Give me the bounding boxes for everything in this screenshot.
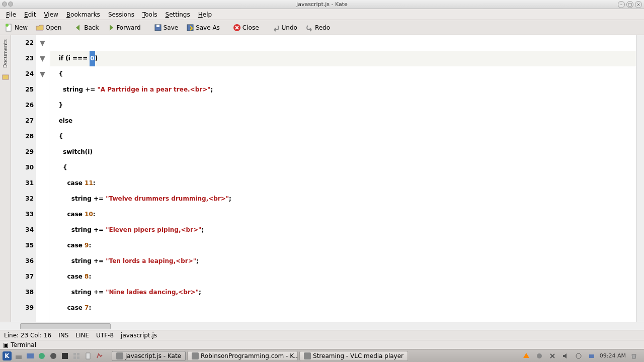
line-number: 32 bbox=[11, 191, 34, 207]
redo-button[interactable]: Redo bbox=[302, 22, 333, 33]
minimize-button[interactable]: – bbox=[618, 1, 625, 8]
quick-launch-5[interactable] bbox=[60, 351, 70, 361]
code-line[interactable]: { bbox=[50, 129, 636, 144]
save-button[interactable]: Save bbox=[151, 22, 181, 33]
quick-launch-1[interactable] bbox=[14, 351, 24, 361]
fold-marker[interactable]: ▼ bbox=[36, 35, 49, 51]
filesystem-icon[interactable] bbox=[2, 73, 10, 81]
tray-trash-icon[interactable] bbox=[629, 351, 639, 361]
back-icon bbox=[74, 24, 83, 32]
code-line[interactable]: case 10: bbox=[50, 207, 636, 222]
menu-bookmarks[interactable]: Bookmarks bbox=[62, 10, 104, 19]
quick-launch-8[interactable] bbox=[95, 351, 105, 361]
tray-icon-5[interactable] bbox=[574, 351, 584, 361]
menubar: File Edit View Bookmarks Sessions Tools … bbox=[0, 9, 644, 20]
save-icon bbox=[154, 24, 162, 32]
code-editor[interactable]: if (i === 0) { string += "A Partridge in… bbox=[49, 35, 636, 322]
undo-button[interactable]: Undo bbox=[269, 22, 300, 33]
menu-sessions[interactable]: Sessions bbox=[104, 10, 138, 19]
menu-help[interactable]: Help bbox=[194, 10, 216, 19]
fold-marker[interactable]: ▼ bbox=[36, 51, 49, 66]
line-number: 24 bbox=[11, 66, 34, 82]
saveas-button[interactable]: Save As bbox=[183, 22, 223, 33]
fold-marker[interactable]: ▼ bbox=[36, 66, 49, 82]
taskbar-task[interactable]: javascript.js - Kate bbox=[112, 351, 186, 361]
menu-tools[interactable]: Tools bbox=[138, 10, 162, 19]
code-line[interactable]: string += "Nine ladies dancing,<br>"; bbox=[50, 285, 636, 300]
code-line[interactable]: if (i === 0) bbox=[50, 51, 636, 66]
svg-rect-19 bbox=[192, 352, 199, 359]
vertical-scrollbar[interactable] bbox=[636, 35, 644, 322]
redo-icon bbox=[305, 24, 313, 32]
terminal-tab[interactable]: Terminal bbox=[11, 341, 36, 348]
svg-point-21 bbox=[537, 353, 542, 358]
code-line[interactable]: case 11: bbox=[50, 175, 636, 191]
task-label: javascript.js - Kate bbox=[125, 352, 181, 359]
code-line[interactable]: else bbox=[50, 113, 636, 129]
menu-view[interactable]: View bbox=[40, 10, 62, 19]
svg-point-22 bbox=[576, 353, 581, 358]
svg-rect-18 bbox=[116, 352, 123, 359]
quick-launch-2[interactable] bbox=[25, 351, 35, 361]
forward-icon bbox=[107, 24, 115, 32]
menu-edit[interactable]: Edit bbox=[20, 10, 40, 19]
code-line[interactable]: { bbox=[50, 66, 636, 82]
horizontal-scrollbar[interactable] bbox=[0, 322, 644, 330]
new-icon bbox=[5, 24, 13, 32]
code-line[interactable] bbox=[50, 35, 636, 51]
svg-rect-14 bbox=[73, 353, 76, 355]
back-button[interactable]: Back bbox=[71, 22, 102, 33]
code-line[interactable]: } bbox=[50, 98, 636, 113]
line-number: 26 bbox=[11, 98, 34, 113]
quick-launch-4[interactable] bbox=[48, 351, 58, 361]
quick-launch-3[interactable] bbox=[37, 351, 47, 361]
svg-rect-9 bbox=[16, 355, 22, 359]
close-window-button[interactable]: × bbox=[635, 1, 642, 8]
svg-rect-3 bbox=[156, 25, 159, 27]
new-button[interactable]: New bbox=[2, 22, 31, 33]
menu-file[interactable]: File bbox=[2, 10, 20, 19]
tray-volume-icon[interactable] bbox=[560, 351, 571, 361]
tray-icon-2[interactable] bbox=[534, 351, 544, 361]
task-app-icon bbox=[192, 352, 199, 359]
line-number: 35 bbox=[11, 238, 34, 253]
code-line[interactable]: string += "Ten lords a leaping,<br>"; bbox=[50, 253, 636, 269]
tray-icon-1[interactable] bbox=[521, 351, 531, 361]
status-encoding: UTF-8 bbox=[96, 332, 114, 339]
quick-launch-7[interactable] bbox=[83, 351, 93, 361]
task-app-icon bbox=[304, 352, 311, 359]
code-line[interactable]: string += "Eleven pipers piping,<br>"; bbox=[50, 222, 636, 238]
quick-launch-6[interactable] bbox=[71, 351, 82, 361]
close-icon bbox=[233, 24, 241, 32]
taskbar: K javascript.js - KateRobinsonProgrammin… bbox=[0, 349, 644, 362]
close-button[interactable]: Close bbox=[230, 22, 262, 33]
code-line[interactable]: string += "A Partridge in a pear tree.<b… bbox=[50, 82, 636, 98]
line-number: 36 bbox=[11, 253, 34, 269]
svg-rect-20 bbox=[304, 352, 311, 359]
taskbar-task[interactable]: Streaming - VLC media player bbox=[299, 351, 408, 361]
line-number: 28 bbox=[11, 129, 34, 144]
task-app-icon bbox=[116, 352, 123, 359]
clock[interactable]: 09:24 AM bbox=[600, 352, 626, 359]
code-line[interactable]: string += "Twelve drummers drumming,<br>… bbox=[50, 191, 636, 207]
sidebar-documents-label[interactable]: Documents bbox=[3, 37, 8, 70]
bottom-panel: ▣ Terminal bbox=[0, 340, 644, 349]
line-number: 27 bbox=[11, 113, 34, 129]
code-line[interactable]: case 7: bbox=[50, 300, 636, 316]
tray-icon-3[interactable] bbox=[547, 351, 557, 361]
code-line[interactable]: case 8: bbox=[50, 269, 636, 285]
forward-button[interactable]: Forward bbox=[104, 22, 143, 33]
svg-rect-23 bbox=[589, 354, 594, 358]
tray-icon-6[interactable] bbox=[587, 351, 597, 361]
code-line[interactable]: case 9: bbox=[50, 238, 636, 253]
kde-menu-icon[interactable]: K bbox=[2, 351, 12, 361]
code-line[interactable]: switch(i) bbox=[50, 144, 636, 160]
line-number: 25 bbox=[11, 82, 34, 98]
taskbar-task[interactable]: RobinsonProgramming.com - K… bbox=[187, 351, 298, 361]
maximize-button[interactable]: ▢ bbox=[626, 1, 633, 8]
code-line[interactable]: { bbox=[50, 160, 636, 175]
line-number: 37 bbox=[11, 269, 34, 285]
open-button[interactable]: Open bbox=[33, 22, 64, 33]
line-number: 39 bbox=[11, 300, 34, 316]
menu-settings[interactable]: Settings bbox=[162, 10, 194, 19]
